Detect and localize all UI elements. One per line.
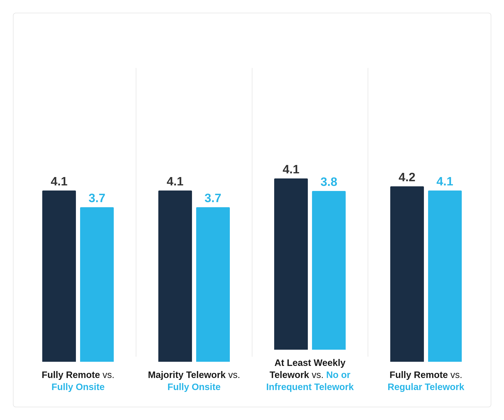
label-span-vs: vs. — [226, 370, 240, 380]
label-span-dark: Majority Telework — [148, 370, 226, 380]
label-text-1: Fully Remote vs. Fully Onsite — [30, 369, 127, 393]
bar-value-4-1: 4.2 — [399, 171, 415, 183]
bar-wrapper-3-1: 4.1 — [274, 163, 308, 350]
bar-light-4 — [428, 190, 462, 362]
bar-wrapper-1-1: 4.1 — [42, 175, 76, 362]
bar-value-2-2: 3.7 — [204, 192, 221, 204]
bar-dark-4 — [390, 186, 424, 362]
bar-dark-1 — [42, 190, 76, 362]
bar-wrapper-2-1: 4.1 — [158, 175, 192, 362]
bars-area-4: 4.24.1 — [375, 32, 477, 362]
bar-wrapper-1-2: 3.7 — [80, 192, 114, 362]
bar-group-3: 4.13.8At Least Weekly Telework vs. No or… — [259, 32, 361, 393]
chart-inner: 4.13.7Fully Remote vs. Fully Onsite4.13.… — [27, 32, 477, 393]
bar-light-1 — [80, 207, 114, 362]
bar-group-2: 4.13.7Majority Telework vs. Fully Onsite — [143, 32, 245, 393]
bar-dark-2 — [158, 190, 192, 362]
bar-value-1-1: 4.1 — [51, 175, 67, 187]
label-area-1: Fully Remote vs. Fully Onsite — [27, 369, 129, 393]
label-span-light: Regular Telework — [388, 382, 464, 392]
bar-wrapper-3-2: 3.8 — [312, 176, 346, 350]
bar-group-4: 4.24.1Fully Remote vs. Regular Telework — [375, 32, 477, 393]
label-text-4: Fully Remote vs. Regular Telework — [378, 369, 474, 393]
bar-value-4-2: 4.1 — [437, 175, 453, 187]
bar-wrapper-4-2: 4.1 — [428, 175, 462, 362]
label-text-3: At Least Weekly Telework vs. No or Infre… — [262, 357, 359, 393]
bar-light-3 — [312, 191, 346, 350]
bar-value-3-1: 4.1 — [283, 163, 300, 175]
bar-dark-3 — [274, 178, 308, 350]
label-span-light: Fully Onsite — [52, 382, 105, 392]
bar-value-1-2: 3.7 — [89, 192, 105, 204]
divider-3 — [368, 68, 368, 357]
bars-area-2: 4.13.7 — [143, 32, 245, 362]
label-span-dark: Fully Remote — [42, 370, 100, 380]
bar-wrapper-2-2: 3.7 — [196, 192, 230, 362]
label-text-2: Majority Telework vs. Fully Onsite — [145, 369, 243, 393]
label-span-vs: vs. — [309, 370, 326, 380]
bar-group-1: 4.13.7Fully Remote vs. Fully Onsite — [27, 32, 129, 393]
bar-value-3-2: 3.8 — [321, 176, 337, 188]
chart-container: 4.13.7Fully Remote vs. Fully Onsite4.13.… — [13, 13, 491, 407]
bar-light-2 — [196, 207, 230, 362]
divider-1 — [136, 68, 136, 357]
bar-value-2-1: 4.1 — [167, 175, 183, 187]
bars-area-3: 4.13.8 — [259, 32, 361, 350]
label-span-vs: vs. — [448, 370, 462, 380]
bars-area-1: 4.13.7 — [27, 32, 129, 362]
label-area-2: Majority Telework vs. Fully Onsite — [143, 369, 245, 393]
divider-2 — [252, 68, 252, 357]
label-span-vs: vs. — [100, 370, 114, 380]
label-area-3: At Least Weekly Telework vs. No or Infre… — [259, 357, 361, 393]
label-area-4: Fully Remote vs. Regular Telework — [375, 369, 477, 393]
label-span-dark: Fully Remote — [390, 370, 448, 380]
label-span-light: Fully Onsite — [167, 382, 221, 392]
bar-wrapper-4-1: 4.2 — [390, 171, 424, 362]
